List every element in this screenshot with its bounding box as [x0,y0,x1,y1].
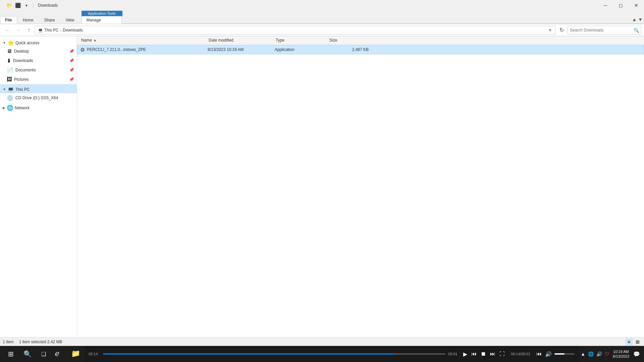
volume-tray-icon[interactable]: 🔊 [596,351,603,357]
media-prev-btn[interactable]: ⏮ [471,350,477,358]
media-time-start: 08:14 [89,352,100,356]
media-next-btn[interactable]: ⏭ [489,350,496,358]
context-tab-group: Application Tools Manage [82,11,122,24]
qat-dropdown-btn[interactable]: ▼ [23,2,30,9]
volume-slider[interactable] [554,353,575,355]
security-tray-icon[interactable]: 🛡 [604,351,610,357]
documents-icon: 📄 [7,67,13,73]
expand-quick-access-icon: ▼ [3,41,6,45]
taskbar: ⊞ 🔍 ❑ ℯ 📁 08:14 09:01 ▶ ⏮ ⏹ ⏭ ⛶ 08:14/09… [0,346,644,362]
tab-spacer [122,23,631,24]
sidebar-item-documents[interactable]: 📄 Documents 📌 [0,65,77,75]
status-right: ≡ ⊞ [625,338,641,346]
file-name-label: PERCCLI_7.211.0...indows_ZPE [87,47,146,52]
spacer [0,12,80,16]
sidebar-section-network[interactable]: ▶ 🌐 Network [0,103,77,112]
col-header-date[interactable]: Date modified [207,36,274,44]
file-list-header: Name ▲ Date modified Type Size [77,36,644,44]
notification-button[interactable]: 💬 [632,350,641,359]
address-path[interactable]: 💻 This PC › Downloads ▼ [35,26,555,35]
downloads-icon: ⬇ [7,58,11,64]
sidebar-item-downloads[interactable]: ⬇ Downloads 📌 [0,56,77,65]
window-controls: ─ ◻ ✕ [598,0,644,11]
status-selection: 1 item selected 2.42 MB [19,340,62,344]
media-play-btn[interactable]: ▶ [463,350,468,358]
address-part-2: Downloads [63,28,83,33]
tab-home[interactable]: Home [18,16,39,24]
sidebar-label-pictures: Pictures [14,77,67,82]
file-row-perccli[interactable]: ⚙ PERCCLI_7.211.0...indows_ZPE 8/13/2023… [77,45,644,54]
network-tray-icon[interactable]: 🌐 [587,351,594,357]
ribbon-collapse-btn[interactable]: ▲ [632,17,637,22]
col-header-name[interactable]: Name ▲ [80,36,207,44]
title-bar-left: 📁 ⬛ ▼ Downloads [0,2,58,9]
pictures-pin-icon: 📌 [69,77,74,82]
large-icons-view-btn[interactable]: ⊞ [634,338,641,346]
sidebar-item-desktop[interactable]: 🖥 Desktop 📌 [0,47,77,56]
tab-view[interactable]: View [61,16,79,24]
sidebar-section-this-pc[interactable]: ▼ 💻 This PC [0,84,77,93]
network-icon: 🌐 [7,105,13,111]
details-view-btn[interactable]: ≡ [625,338,633,346]
file-area: Name ▲ Date modified Type Size ⚙ PERCCLI… [77,36,644,337]
qat-properties-btn[interactable]: ⬛ [14,2,21,9]
search-button[interactable]: 🔍 [20,347,35,361]
forward-button[interactable]: → [13,25,23,35]
search-icon[interactable]: 🔍 [633,27,639,33]
search-box: 🔍 [568,26,641,35]
volume-fill [554,353,565,355]
sidebar-section-quick-access[interactable]: ▼ ⭐ Quick access [0,38,77,47]
ribbon-collapse-btns: ▲ ▼ [631,15,644,24]
file-cell-date: 8/13/2023 10:19 AM [208,47,275,52]
media-prev2-btn[interactable]: ⏮ [536,350,542,358]
cd-drive-icon: 💿 [7,95,13,101]
minimize-button[interactable]: ─ [598,0,613,11]
ribbon-expand-btn[interactable]: ▼ [638,17,643,22]
start-button[interactable]: ⊞ [3,346,19,362]
taskbar-explorer[interactable]: 📁 [68,347,83,361]
task-view-button[interactable]: ❑ [36,347,51,361]
col-type-label: Type [276,38,284,43]
col-header-type[interactable]: Type [274,36,328,44]
system-clock[interactable]: 10:19 AM 8/13/2023 [611,349,631,359]
maximize-button[interactable]: ◻ [613,0,629,11]
file-cell-size: 2,487 KB [328,47,369,52]
search-input[interactable] [570,28,632,33]
tab-share[interactable]: Share [39,16,60,24]
expand-network-icon: ▶ [3,106,5,110]
address-dropdown[interactable]: ▼ [548,27,552,33]
media-fullscreen-btn[interactable]: ⛶ [499,350,505,358]
quick-access-toolbar: 📁 ⬛ ▼ [3,2,37,9]
col-header-size[interactable]: Size [328,36,368,44]
taskbar-ie[interactable]: ℯ [52,347,67,361]
sidebar-item-pictures[interactable]: 🖼 Pictures 📌 [0,75,77,84]
this-pc-icon: 💻 [7,86,14,93]
address-sep-1: › [60,27,62,33]
sidebar-label-cd-drive: CD Drive (D:) SSS_X64 [15,96,74,100]
col-date-label: Date modified [209,38,233,43]
sidebar-item-cd-drive[interactable]: 💿 CD Drive (D:) SSS_X64 [0,93,77,103]
sidebar-label-downloads: Downloads [13,58,67,63]
main-container: ▼ ⭐ Quick access 🖥 Desktop 📌 ⬇ Downloads… [0,36,644,337]
ribbon-tab-area: File Home Share View Application Tools M… [0,11,644,24]
up-button[interactable]: ↑ [24,25,34,35]
tab-manage[interactable]: Manage [82,16,122,24]
close-button[interactable]: ✕ [629,0,644,11]
quick-access-icon: ⭐ [7,40,14,46]
title-bar: 📁 ⬛ ▼ Downloads ─ ◻ ✕ [0,0,644,11]
media-progress-bar[interactable] [103,353,445,355]
refresh-button[interactable]: ↻ [557,25,566,35]
tab-file[interactable]: File [0,16,17,24]
status-bar: 1 item 1 item selected 2.42 MB ≡ ⊞ [0,337,644,346]
col-size-label: Size [329,38,337,43]
media-stop-btn[interactable]: ⏹ [480,350,487,358]
back-button[interactable]: ← [3,25,12,35]
explorer-icon: 📁 [71,349,80,358]
volume-icon[interactable]: 🔊 [545,351,552,357]
sidebar-label-quick-access: Quick access [15,41,74,45]
address-icon: 💻 [38,28,43,33]
tray-expand-btn[interactable]: ▲ [580,351,586,357]
documents-pin-icon: 📌 [69,68,74,72]
status-item-count: 1 item [3,340,14,344]
qat-folder-btn[interactable]: 📁 [5,2,13,9]
